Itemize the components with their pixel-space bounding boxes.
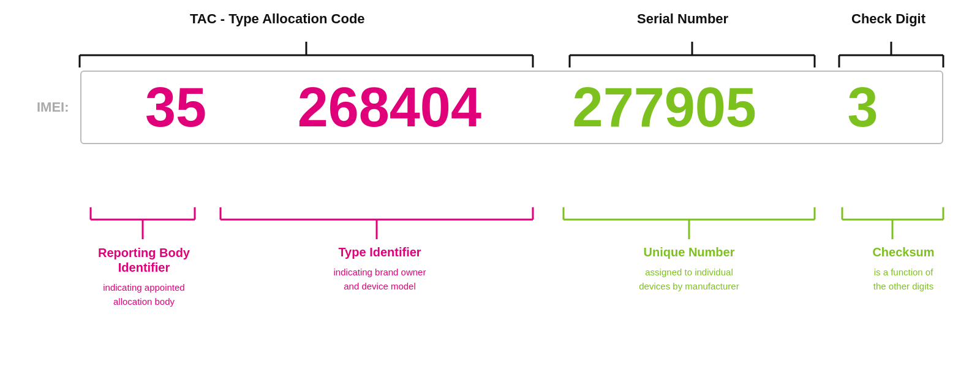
checksum-subtitle: is a function ofthe other digits	[836, 266, 971, 293]
imei-box: 35 268404 277905 3	[80, 71, 943, 144]
serial-label: Serial Number	[637, 11, 728, 27]
type-identifier-title: Type Identifier	[270, 245, 490, 259]
checksum-label: Checksum is a function ofthe other digit…	[836, 245, 971, 293]
tac-label: TAC - Type Allocation Code	[190, 11, 365, 27]
imei-label: IMEI:	[37, 99, 69, 115]
imei-segment-2: 268404	[298, 80, 481, 135]
reporting-body-subtitle: indicating appointedallocation body	[55, 281, 233, 309]
imei-segment-1: 35	[145, 80, 206, 135]
unique-number-label: Unique Number assigned to individualdevi…	[585, 245, 793, 293]
bracket-lines	[0, 0, 980, 368]
type-identifier-subtitle: indicating brand ownerand device model	[270, 266, 490, 293]
type-identifier-label: Type Identifier indicating brand owneran…	[270, 245, 490, 293]
checksum-title: Checksum	[836, 245, 971, 259]
unique-number-subtitle: assigned to individualdevices by manufac…	[585, 266, 793, 293]
imei-segment-4: 3	[848, 80, 878, 135]
reporting-body-title: Reporting Body Identifier	[55, 245, 233, 275]
imei-box-container: IMEI: 35 268404 277905 3	[37, 71, 943, 144]
reporting-body-label: Reporting Body Identifier indicating app…	[55, 245, 233, 309]
imei-diagram: TAC - Type Allocation Code Serial Number…	[0, 0, 980, 368]
unique-number-title: Unique Number	[585, 245, 793, 259]
check-label: Check Digit	[851, 11, 925, 27]
imei-segment-3: 277905	[573, 80, 756, 135]
